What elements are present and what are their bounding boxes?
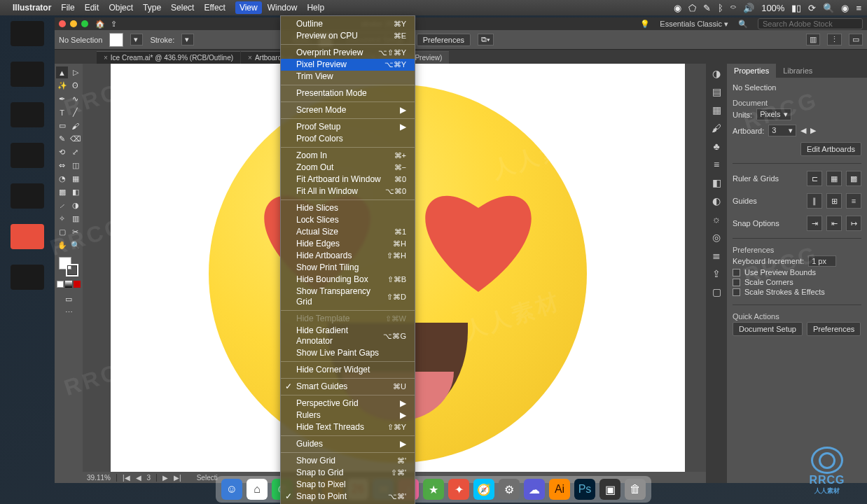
rectangle-tool-icon[interactable]: ▭ [56, 120, 68, 132]
view-menu-item[interactable]: Fit All in Window⌥⌘0 [281, 186, 415, 197]
guides-lock-icon[interactable]: ⊞ [826, 193, 842, 209]
color-guide-icon[interactable]: ▤ [712, 86, 721, 97]
bulb-icon[interactable]: 💡 [640, 20, 650, 29]
tab-properties[interactable]: Properties [727, 64, 776, 78]
selection-tool-icon[interactable]: ▲ [56, 66, 68, 78]
view-menu-item[interactable]: Overprint Preview⌥⇧⌘Y [281, 47, 415, 59]
app-icon[interactable]: ▣ [599, 479, 620, 500]
view-menu-item[interactable]: ✓Smart Guides⌘U [281, 381, 415, 393]
stroke-panel-icon[interactable]: ≡ [714, 159, 719, 170]
close-icon[interactable]: × [104, 54, 108, 62]
illustrator-app-icon[interactable]: Ai [549, 479, 570, 500]
menu-type[interactable]: Type [143, 3, 161, 13]
fill-swatch[interactable] [109, 33, 123, 47]
menu-view[interactable]: View [235, 1, 262, 14]
view-menu-item[interactable]: Show Transparency Grid⇧⌘D [281, 286, 415, 308]
artboard-number[interactable]: 3 [147, 474, 158, 482]
trash-icon[interactable]: 🗑 [625, 479, 646, 500]
width-tool-icon[interactable]: ⇔ [56, 160, 68, 172]
close-icon[interactable] [59, 20, 66, 27]
battery-icon[interactable]: ▮▯ [791, 3, 801, 13]
safari-icon[interactable]: 🧭 [473, 479, 494, 500]
hand-tool-icon[interactable]: ✋ [56, 239, 68, 251]
view-menu-item[interactable]: Hide Gradient Annotator⌥⌘G [281, 325, 415, 347]
view-menu-item[interactable]: Show Live Paint Gaps [281, 347, 415, 359]
view-menu-item[interactable]: Actual Size⌘1 [281, 226, 415, 238]
snap-icon[interactable]: ↦ [846, 216, 861, 231]
view-menu-item[interactable]: Perspective Grid▶ [281, 398, 415, 410]
view-menu-item[interactable]: Hide Edges⌘H [281, 238, 415, 250]
view-menu-item[interactable]: Presentation Mode [281, 88, 415, 99]
layers-panel-icon[interactable]: ≣ [712, 250, 721, 261]
finder-icon[interactable]: ☺ [221, 479, 242, 500]
menu-help[interactable]: Help [307, 3, 324, 13]
desktop-thumb[interactable] [11, 62, 44, 87]
scale-tool-icon[interactable]: ⤢ [69, 146, 81, 158]
app-icon[interactable]: ⌂ [247, 479, 268, 500]
rotate-tool-icon[interactable]: ⟲ [56, 146, 68, 158]
artboard-tool-icon[interactable]: ▢ [56, 226, 68, 238]
ruler-icon[interactable]: ⊏ [807, 171, 822, 186]
swatches-panel-icon[interactable]: ▦ [712, 104, 721, 115]
desktop-thumb[interactable] [11, 183, 44, 209]
view-menu-item[interactable]: Proof Colors [281, 133, 415, 145]
extra-icon[interactable]: ▥ [806, 34, 820, 46]
search-stock-input[interactable] [758, 18, 863, 29]
symbol-spray-icon[interactable]: ✧ [56, 213, 68, 225]
artboard-nav-next-icon[interactable]: ▶ [162, 474, 168, 482]
graph-tool-icon[interactable]: ▥ [69, 213, 81, 225]
transparency-panel-icon[interactable]: ◐ [712, 195, 721, 206]
minimize-icon[interactable] [70, 20, 77, 27]
menu-effect[interactable]: Effect [204, 3, 225, 13]
guides-options-icon[interactable]: ≡ [846, 193, 861, 209]
view-menu-item[interactable]: Trim View [281, 71, 415, 83]
curvature-tool-icon[interactable]: ∿ [69, 93, 81, 105]
mesh-tool-icon[interactable]: ▩ [56, 186, 68, 198]
artboard-nav-prev-icon[interactable]: ◀ [136, 474, 141, 482]
align-dropdown[interactable]: ⧉▾ [478, 34, 494, 46]
fill-stroke-indicator[interactable] [59, 257, 78, 276]
photoshop-app-icon[interactable]: Ps [574, 479, 595, 500]
desktop-thumb[interactable] [11, 224, 44, 249]
shaper-tool-icon[interactable]: ✎ [56, 133, 68, 145]
scale-corners-checkbox[interactable]: Scale Corners [733, 278, 861, 286]
eraser-tool-icon[interactable]: ⌫ [69, 133, 81, 145]
view-menu-item[interactable]: Show Grid⌘' [281, 455, 415, 467]
workspace-switcher[interactable]: Essentials Classic ▾ [660, 20, 728, 29]
view-menu-item[interactable]: ✓Snap to Point⌥⌘' [281, 491, 415, 503]
artboard-prev-icon[interactable]: ◀ [800, 126, 806, 135]
desktop-thumb[interactable] [11, 102, 44, 127]
menu-object[interactable]: Object [109, 3, 133, 13]
wifi-icon[interactable]: ⌔ [730, 3, 736, 13]
edit-toolbar-icon[interactable]: ⋯ [63, 307, 75, 318]
type-tool-icon[interactable]: T [56, 106, 68, 118]
free-transform-icon[interactable]: ◫ [69, 160, 81, 172]
appearance-panel-icon[interactable]: ☼ [712, 214, 721, 225]
kbd-increment-field[interactable]: 1 px [808, 255, 836, 267]
use-preview-bounds-checkbox[interactable]: Use Preview Bounds [733, 268, 861, 276]
sync-icon[interactable]: ⟳ [808, 3, 816, 13]
stroke-weight[interactable]: ▾ [181, 34, 194, 46]
view-menu-item[interactable]: Lock Slices [281, 214, 415, 226]
brush-tool-icon[interactable]: 🖌 [69, 120, 81, 132]
color-mode-icons[interactable] [57, 281, 81, 288]
extra-icon[interactable]: ⋮ [827, 34, 842, 46]
edit-artboards-button[interactable]: Edit Artboards [800, 142, 861, 156]
symbols-panel-icon[interactable]: ♣ [713, 141, 719, 152]
artboard-next-icon[interactable]: ▶ [810, 126, 816, 135]
view-menu-item[interactable]: Hide Text Threads⇧⌘Y [281, 421, 415, 433]
view-menu-item[interactable]: Hide Bounding Box⇧⌘B [281, 274, 415, 286]
view-menu-item[interactable]: Hide Slices [281, 202, 415, 214]
maximize-icon[interactable] [81, 20, 88, 27]
dropbox-icon[interactable]: ⬠ [688, 3, 696, 13]
window-controls[interactable] [59, 20, 88, 27]
gradient-panel-icon[interactable]: ◧ [712, 177, 721, 188]
artboard-nav-first-icon[interactable]: |◀ [123, 474, 130, 482]
evernote-icon[interactable]: ✎ [703, 3, 711, 13]
guides-visibility-icon[interactable]: ∥ [807, 193, 822, 209]
artboard-nav-last-icon[interactable]: ▶| [174, 474, 181, 482]
direct-selection-tool-icon[interactable]: ▷ [69, 66, 81, 78]
brushes-panel-icon[interactable]: 🖌 [712, 122, 721, 134]
transparency-grid-icon[interactable]: ▩ [846, 171, 861, 186]
artboards-panel-icon[interactable]: ▢ [712, 286, 721, 298]
